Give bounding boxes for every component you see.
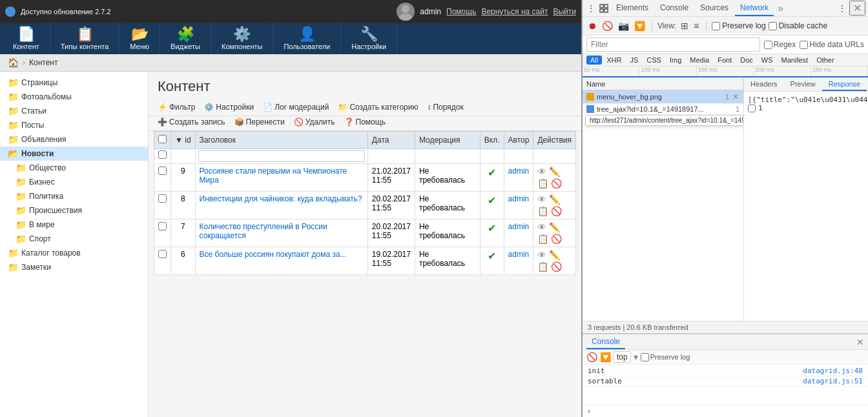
- view-action-icon[interactable]: 👁: [537, 167, 546, 177]
- console-source-link[interactable]: datagrid.js:48: [803, 367, 863, 375]
- type-filter-media[interactable]: Media: [686, 56, 713, 65]
- console-input[interactable]: [593, 407, 863, 416]
- preserve-log-label[interactable]: Preserve log: [712, 21, 765, 30]
- net-item-tree-ajax[interactable]: tree_ajax?id=10.1&_=14918917... 1: [583, 104, 743, 115]
- grid-view-btn[interactable]: ⊞: [679, 20, 690, 32]
- type-filter-ws[interactable]: WS: [758, 56, 777, 65]
- type-filter-css[interactable]: CSS: [643, 56, 665, 65]
- console-filter-btn[interactable]: 🔽: [600, 352, 611, 362]
- delete-action-icon[interactable]: 🚫: [551, 261, 562, 272]
- devtools-inspect-btn[interactable]: [598, 3, 610, 14]
- nav-menu[interactable]: 📂 Меню: [119, 23, 160, 54]
- camera-button[interactable]: 📷: [617, 19, 630, 32]
- type-filter-xhr[interactable]: XHR: [603, 56, 625, 65]
- nav-users[interactable]: 👤 Пользователи: [273, 23, 341, 54]
- filter-input[interactable]: [586, 37, 760, 52]
- net-col-name[interactable]: Name: [583, 78, 743, 90]
- delete-button[interactable]: 🚫 Удалить: [290, 116, 339, 128]
- nav-widgets[interactable]: 🧩 Виджеты: [160, 23, 211, 54]
- col-checkbox[interactable]: [154, 132, 171, 149]
- console-level-filter[interactable]: ▾: [634, 352, 638, 362]
- net-item-menu-hover[interactable]: menu_hover_bg.png 1 ✕: [583, 90, 743, 104]
- sidebar-item-news[interactable]: 📂 Новости: [0, 147, 148, 161]
- row-author-link[interactable]: admin: [508, 194, 530, 203]
- sidebar-item-notes[interactable]: 📁 Заметки: [0, 260, 148, 274]
- row-checkbox[interactable]: [158, 222, 167, 230]
- copy-action-icon[interactable]: 📋: [537, 178, 548, 188]
- list-view-btn[interactable]: ≡: [692, 20, 701, 32]
- select-all-checkbox[interactable]: [158, 135, 167, 143]
- devtools-settings-btn[interactable]: ⋮: [585, 2, 597, 15]
- net-item-close-btn[interactable]: ✕: [732, 92, 739, 102]
- sidebar-item-sport[interactable]: 📁 Спорт: [0, 232, 148, 246]
- edit-action-icon[interactable]: ✏️: [549, 222, 560, 232]
- mod-log-button[interactable]: 📄 Лог модераций: [259, 101, 333, 113]
- edit-action-icon[interactable]: ✏️: [549, 250, 560, 260]
- row-author-link[interactable]: admin: [508, 167, 530, 176]
- type-filter-other[interactable]: Other: [812, 56, 838, 65]
- view-action-icon[interactable]: 👁: [537, 250, 546, 260]
- create-button[interactable]: ➕ Создать запись: [154, 116, 229, 128]
- filter-title-input[interactable]: [198, 150, 365, 162]
- devtools-close-btn[interactable]: ✕: [849, 1, 865, 15]
- filter-checkbox[interactable]: [157, 150, 168, 159]
- row-checkbox[interactable]: [158, 194, 167, 203]
- sidebar-item-business[interactable]: 📁 Бизнес: [0, 175, 148, 189]
- delete-action-icon[interactable]: 🚫: [551, 206, 562, 216]
- col-enabled[interactable]: Вкл.: [480, 132, 504, 149]
- edit-action-icon[interactable]: ✏️: [549, 167, 560, 177]
- row-title-link[interactable]: Все больше россиян покупают дома за...: [200, 250, 347, 259]
- row-author-link[interactable]: admin: [508, 250, 530, 259]
- devtools-menu-btn[interactable]: ⋮: [836, 2, 848, 15]
- help-button[interactable]: ❓ Помощь: [340, 116, 389, 128]
- row-title-link[interactable]: Количество преступлений в России сокраща…: [200, 222, 327, 240]
- type-filter-js[interactable]: JS: [626, 56, 642, 65]
- row-checkbox[interactable]: [158, 250, 167, 258]
- sidebar-item-articles[interactable]: 📁 Статьи: [0, 104, 148, 118]
- disable-cache-checkbox[interactable]: [769, 22, 777, 30]
- col-date[interactable]: Дата: [367, 132, 415, 149]
- view-action-icon[interactable]: 👁: [537, 222, 546, 232]
- sidebar-item-pages[interactable]: 📁 Страницы: [0, 76, 148, 90]
- resp-checkbox1[interactable]: [748, 105, 756, 112]
- copy-action-icon[interactable]: 📋: [537, 206, 548, 216]
- help-link[interactable]: Помощь: [446, 7, 476, 16]
- edit-action-icon[interactable]: ✏️: [549, 194, 560, 205]
- move-button[interactable]: 📦 Перенести: [231, 116, 289, 128]
- nav-content[interactable]: 📄 Контент: [3, 23, 50, 54]
- console-tab[interactable]: Console: [586, 335, 625, 349]
- type-filter-manifest[interactable]: Manifest: [778, 56, 812, 65]
- sidebar-item-posts[interactable]: 📁 Посты: [0, 118, 148, 132]
- row-checkbox[interactable]: [158, 167, 167, 175]
- delete-action-icon[interactable]: 🚫: [551, 234, 562, 244]
- console-preserve-label[interactable]: Preserve log: [641, 353, 690, 361]
- home-icon[interactable]: 🏠: [8, 57, 19, 68]
- create-cat-button[interactable]: 📁 Создать категорию: [334, 101, 422, 113]
- sidebar-item-politics[interactable]: 📁 Политика: [0, 189, 148, 203]
- regex-label[interactable]: Regex: [764, 40, 796, 49]
- console-preserve-checkbox[interactable]: [641, 353, 649, 361]
- tab-preview[interactable]: Preview: [784, 78, 822, 91]
- tab-elements[interactable]: Elements: [611, 1, 654, 16]
- clear-button[interactable]: 🚫: [601, 19, 614, 32]
- nav-components[interactable]: ⚙️ Компоненты: [211, 23, 273, 54]
- filter-button[interactable]: ⚡ Фильтр: [154, 101, 199, 113]
- type-filter-doc[interactable]: Doc: [736, 56, 757, 65]
- row-title-link[interactable]: Россияне стали первыми на Чемпионате Мир…: [200, 167, 347, 185]
- return-link[interactable]: Вернуться на сайт: [481, 7, 548, 16]
- type-filter-all[interactable]: All: [586, 56, 602, 65]
- nav-content-types[interactable]: 📋 Типы контента: [50, 23, 120, 54]
- sidebar-item-society[interactable]: 📁 Общество: [0, 161, 148, 175]
- delete-action-icon[interactable]: 🚫: [551, 178, 562, 188]
- col-id[interactable]: ▼ id: [171, 132, 196, 149]
- console-topbar-close[interactable]: ✕: [856, 337, 864, 347]
- col-author[interactable]: Автор: [504, 132, 533, 149]
- row-author-link[interactable]: admin: [508, 222, 530, 231]
- tab-headers[interactable]: Headers: [744, 78, 784, 91]
- preserve-log-checkbox[interactable]: [712, 22, 720, 30]
- tab-sources[interactable]: Sources: [695, 1, 734, 16]
- view-action-icon[interactable]: 👁: [537, 194, 546, 205]
- sidebar-item-catalog[interactable]: 📁 Каталог товаров: [0, 246, 148, 260]
- more-tabs-icon[interactable]: »: [775, 3, 786, 14]
- sidebar-item-photoalbums[interactable]: 📁 Фотоальбомы: [0, 90, 148, 104]
